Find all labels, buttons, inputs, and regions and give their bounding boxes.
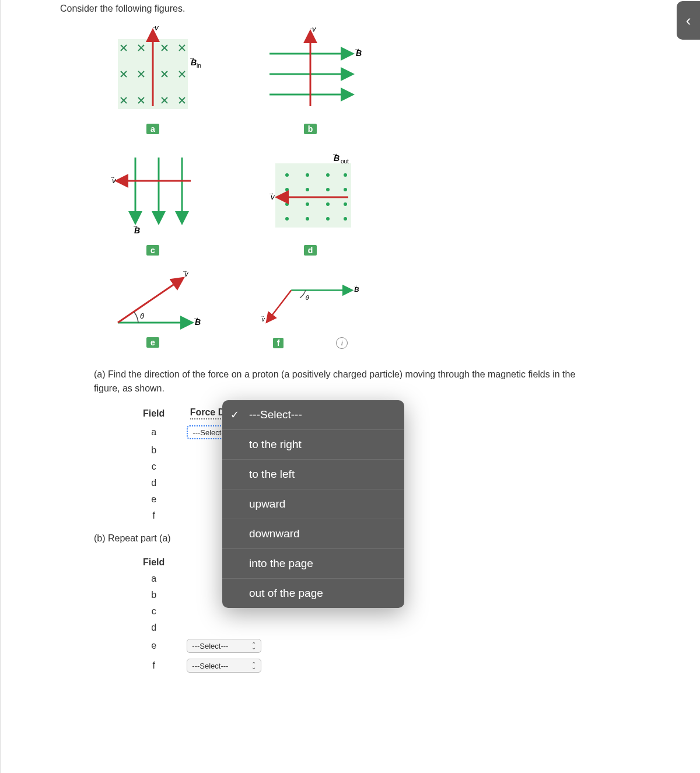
figures-grid: v → B → in a	[92, 25, 607, 349]
svg-point-56	[285, 202, 289, 206]
dropdown-option[interactable]: to the left	[222, 460, 404, 489]
dropdown-option[interactable]: out of the page	[222, 579, 404, 608]
svg-point-53	[306, 188, 309, 191]
svg-point-54	[326, 188, 330, 191]
svg-text:→: →	[309, 25, 315, 32]
chevron-up-down-icon: ⌃⌄	[251, 643, 256, 649]
svg-text:in: in	[197, 62, 201, 69]
svg-point-63	[344, 217, 347, 221]
svg-point-50	[326, 173, 330, 177]
svg-text:→: →	[332, 151, 338, 158]
svg-text:→: →	[110, 174, 116, 180]
svg-text:θ: θ	[306, 294, 309, 301]
field-label: c	[132, 604, 175, 619]
svg-text:→: →	[353, 283, 358, 289]
svg-point-52	[285, 188, 289, 191]
field-label: d	[132, 475, 175, 491]
svg-point-49	[306, 173, 309, 177]
svg-text:→: →	[132, 223, 139, 230]
dropdown-option[interactable]: to the right	[222, 430, 404, 460]
check-icon: ✓	[230, 408, 239, 421]
figure-label-a: a	[146, 124, 159, 134]
svg-text:→: →	[152, 25, 158, 30]
figure-label-b: b	[304, 124, 317, 134]
info-icon[interactable]: i	[336, 337, 348, 349]
dropdown-option[interactable]: upward	[222, 489, 404, 519]
svg-point-60	[285, 217, 289, 221]
figure-a: v → B → in	[100, 25, 205, 124]
intro-text: Consider the following figures.	[50, 0, 607, 19]
dropdown-option[interactable]: ✓ ---Select---	[222, 400, 404, 430]
svg-text:→: →	[268, 190, 274, 197]
field-label: b	[132, 587, 175, 603]
figure-e: θ v → B →	[100, 267, 205, 337]
select-direction[interactable]: ---Select--- ⌃⌄	[187, 659, 261, 673]
svg-point-59	[344, 202, 347, 206]
field-label: e	[132, 636, 175, 655]
question-b-pre: (b) Repeat part (a)	[94, 531, 171, 545]
svg-text:→: →	[193, 314, 200, 321]
dropdown-option[interactable]: downward	[222, 519, 404, 549]
figure-c: v → B →	[100, 146, 205, 245]
svg-line-78	[267, 291, 291, 321]
svg-point-51	[344, 173, 347, 177]
col-field-b: Field	[132, 555, 175, 570]
svg-point-58	[326, 202, 330, 206]
figure-label-e: e	[146, 337, 159, 348]
field-label: f	[132, 656, 175, 675]
field-label: a	[132, 571, 175, 586]
figure-f: θ v → B →	[258, 267, 363, 337]
svg-line-71	[118, 279, 182, 323]
svg-text:out: out	[341, 158, 349, 165]
question-a-text: (a) Find the direction of the force on a…	[50, 361, 607, 400]
svg-text:→: →	[260, 314, 264, 319]
chevron-left-icon: ‹	[686, 12, 691, 30]
dropdown-option[interactable]: into the page	[222, 549, 404, 579]
right-side-tab[interactable]: ‹	[677, 1, 700, 40]
figure-b: v → B →	[258, 25, 363, 124]
figure-label-c: c	[146, 245, 159, 256]
svg-point-61	[306, 217, 309, 221]
field-label: e	[132, 492, 175, 507]
col-field: Field	[132, 405, 175, 422]
svg-point-62	[326, 217, 330, 221]
field-label: c	[132, 459, 175, 474]
chevron-up-down-icon: ⌃⌄	[251, 663, 256, 669]
svg-text:→: →	[354, 46, 360, 53]
field-label: b	[132, 443, 175, 458]
figure-label-f: f	[273, 338, 284, 348]
field-label: a	[132, 423, 175, 442]
figure-d: v → B → out	[258, 146, 363, 245]
select-direction[interactable]: ---Select--- ⌃⌄	[187, 639, 261, 653]
figure-label-d: d	[304, 245, 317, 256]
svg-text:→: →	[182, 268, 188, 274]
svg-point-57	[306, 202, 309, 206]
svg-point-55	[344, 188, 347, 191]
field-label: d	[132, 620, 175, 635]
field-label: f	[132, 508, 175, 523]
svg-text:θ: θ	[140, 312, 144, 320]
direction-dropdown[interactable]: ✓ ---Select--- to the right to the left …	[222, 400, 404, 608]
svg-point-48	[285, 173, 289, 177]
svg-text:→: →	[189, 55, 195, 62]
